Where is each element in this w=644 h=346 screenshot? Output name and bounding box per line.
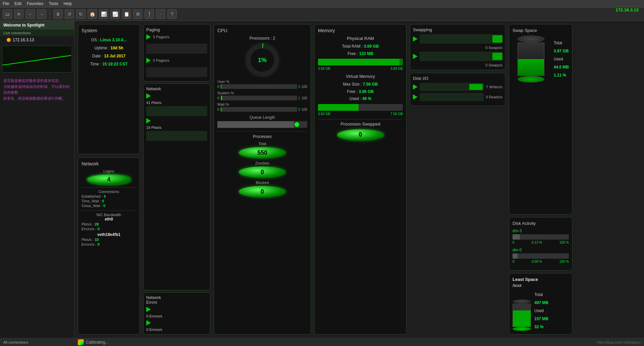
cpu-wait-label: Wait % — [217, 102, 307, 106]
swap-used-pct: 1.11 % — [554, 73, 566, 78]
cpu-system-bar-track — [221, 96, 297, 100]
swap-space-info: Total 3.87 GB Used 44.0 MB 1.11 % — [554, 39, 569, 79]
network-divider1 — [82, 187, 136, 188]
menu-help[interactable]: Help — [63, 1, 72, 6]
network-errors-out-value: 0 Errors/s — [146, 328, 207, 332]
memory-bar-left: 3.56 GB — [318, 67, 330, 70]
least-space-title: Least Space — [513, 277, 569, 282]
swap-space-title: Swap Space — [513, 28, 569, 33]
swap-column: Swapping 0 Swaps/s 0 Swaps/s Disk — [410, 24, 505, 335]
toolbar-help[interactable]: ? — [167, 9, 177, 19]
calibrating-icon — [78, 339, 84, 345]
system-time-value: 15:19:22 CST — [102, 62, 127, 66]
toolbar-refresh2[interactable]: ↻ — [76, 9, 86, 19]
network-errors-in-value: 0 Errors/s — [146, 314, 207, 318]
menu-tools[interactable]: Tools — [49, 1, 58, 6]
sidebar-ip-item[interactable]: 172.16.3.13 — [0, 36, 74, 44]
cpu-user-max: 100 — [302, 85, 307, 89]
paging-bar-track1 — [146, 44, 207, 54]
disk-io-panel: Disk I/O 7 Writes/s 0 Reads/s — [410, 73, 505, 106]
toolbar-back[interactable]: 🗂 — [3, 9, 12, 19]
memory-bar-right: 3.69 GB — [390, 67, 403, 70]
toolbar-chart1[interactable]: 📊 — [99, 9, 108, 19]
least-used-row: Used 157 MB — [534, 307, 548, 323]
toolbar-refresh1[interactable]: ↺ — [65, 9, 74, 19]
memory-title: Memory — [318, 28, 403, 33]
memory-vmfree-value: 3.96 GB — [359, 89, 374, 94]
memory-physical-section: Physical RAM Total RAM : 3.69 GB Free : … — [318, 36, 403, 70]
cpu-system-bar-row: 0 1 100 — [217, 96, 307, 100]
network-logins-label: Logins — [82, 169, 136, 173]
sidebar: Welcome to Spotlight Live connections 17… — [0, 21, 74, 338]
cpu-processors-value: 2 — [273, 36, 275, 41]
toolbar-stop[interactable]: ✕ — [14, 9, 23, 19]
paging-in-row: 5 Pages/s — [146, 34, 207, 40]
swap-cylinder-top — [518, 36, 544, 42]
toolbar-dot[interactable]: · — [156, 9, 165, 19]
network-closewait-value: 0 — [103, 204, 105, 208]
system-time-label: Time : — [90, 62, 101, 66]
memory-bar-labels: 3.56 GB 3.69 GB — [318, 67, 403, 70]
network-divider2 — [82, 210, 136, 211]
network-errors-panel: NetworkErrors 0 Errors/s 0 Errors/s — [143, 292, 210, 335]
least-total-label: Total — [534, 292, 543, 297]
system-os-label: OS : — [91, 38, 99, 42]
network-pkts-in-bar — [146, 106, 207, 116]
memory-maxsize-value: 7.56 GB — [363, 82, 378, 87]
cpu-processors-row: Processors : 2 — [217, 36, 307, 41]
network-logins-section: Logins 4 — [82, 169, 136, 185]
memory-vmused-value: 48 % — [362, 96, 371, 101]
cpu-system-section: System % 0 1 100 — [217, 91, 307, 100]
right-column: Swap Space Total 3.87 GB Used — [509, 24, 573, 335]
processes-zombies-value: 0 — [239, 166, 286, 178]
swap-used-label: Used — [554, 57, 563, 61]
cpu-user-bar-marker — [221, 85, 221, 89]
least-total-row: Total 497 MB — [534, 291, 548, 307]
network-timewait-row: Time_Wait : 0 — [82, 199, 136, 203]
swap-total-label: Total — [554, 41, 562, 45]
toolbar-home[interactable]: 🏠 — [88, 9, 97, 19]
processes-total-label: Total — [217, 142, 307, 146]
toolbar-alert[interactable]: ❗ — [145, 9, 154, 19]
network-eth0-errors-value: 0 — [98, 227, 100, 231]
network-errors-out-arrow — [146, 320, 151, 326]
toolbar-next[interactable]: → — [37, 9, 46, 19]
menu-favorites[interactable]: Favorites — [27, 1, 43, 6]
cpu-user-val: 0 — [299, 85, 301, 89]
network-veth-errors: Errors/s : 0 — [82, 242, 136, 246]
paging-out-arrow — [146, 58, 151, 63]
menu-file[interactable]: File — [3, 1, 9, 6]
toolbar-prev[interactable]: ← — [25, 9, 35, 19]
toolbar-list[interactable]: 📋 — [122, 9, 131, 19]
disk-io-writes-value: 7 Writes/s — [486, 85, 502, 89]
memory-vmfree-row: Free : 3.96 GB — [318, 88, 403, 96]
disk-dm3-left: 0 — [513, 241, 515, 244]
memory-virtual-label: Virtual Memory — [318, 74, 403, 79]
disk-io-writes-row: 7 Writes/s — [413, 83, 502, 91]
toolbar-chart2[interactable]: 📈 — [110, 9, 120, 19]
menu-edit[interactable]: Edit — [14, 1, 21, 6]
disk-dm0-right: 100 % — [559, 260, 569, 263]
network-veth-pkts-value: 10 — [95, 238, 99, 242]
toolbar-pause[interactable]: ⏸ — [53, 9, 63, 19]
menubar: File Edit Favorites Tools Help — [0, 0, 644, 7]
least-cylinder — [513, 299, 531, 331]
sidebar-live-connections: Live connections — [0, 30, 74, 36]
toolbar-settings[interactable]: ⚙ — [133, 9, 143, 19]
statusbar-right: http://blog.csdn.net/liujiqun — [597, 340, 641, 344]
network-veth-pkts: Pkts/s : 10 — [82, 238, 136, 242]
cpu-user-bar-row: 0 0 100 — [217, 84, 307, 89]
network-pkts-out-value: 19 Pkts/s — [146, 126, 207, 130]
disk-dm0-label: dm-0 — [513, 248, 569, 252]
cpu-system-val: 1 — [299, 96, 301, 100]
cpu-gauge-area: 1% — [217, 43, 307, 77]
memory-free-value: 133 MB — [359, 51, 373, 56]
system-date-label: Date : — [92, 54, 103, 58]
network-middle-label: Network — [146, 87, 207, 91]
network-eth0-pkts: Pkts/s : 28 — [82, 222, 136, 226]
least-space-info: Total 497 MB Used 157 MB 32 % — [534, 291, 548, 331]
system-os-value: Linux 3.10.0... — [100, 38, 127, 42]
network-nic-label: NIC Bandwidth — [82, 213, 136, 217]
processes-title: Processes — [217, 134, 307, 139]
cpu-queue-section: Queue Length — [217, 115, 307, 128]
